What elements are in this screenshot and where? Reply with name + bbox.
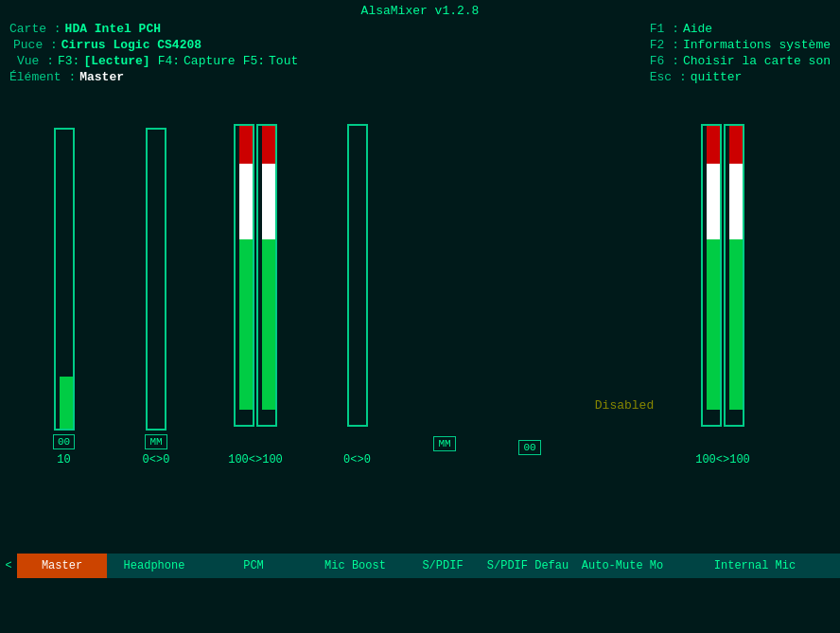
vue-lecture: [Lecture]: [83, 54, 149, 68]
internal-mic-fill-green-r: [729, 239, 743, 410]
internal-mic-fill-white-r: [729, 164, 743, 239]
element-label: Élément :: [9, 70, 76, 84]
headphone-value: 0<>0: [143, 453, 170, 466]
channel-name-internal-mic[interactable]: Internal Mic: [670, 554, 840, 578]
esc-key: Esc :: [650, 70, 687, 84]
vue-tout: Tout: [269, 54, 298, 68]
internal-mic-fill-white-l: [707, 164, 720, 239]
spdif-badge: MM: [433, 436, 455, 451]
headphone-fader[interactable]: [146, 128, 166, 431]
channel-name-pcm[interactable]: PCM: [201, 554, 306, 578]
esc-label: quitter: [691, 70, 743, 84]
pcm-fader-left[interactable]: [234, 124, 254, 427]
f1-row: F1 : Aide: [650, 22, 831, 36]
master-fill-green: [60, 377, 73, 429]
disabled-label: Disabled: [595, 398, 654, 413]
esc-row: Esc : quitter: [650, 70, 831, 84]
master-badge: 00: [53, 434, 75, 449]
channel-name-headphone[interactable]: Headphone: [107, 554, 201, 578]
puce-label: Puce :: [9, 38, 58, 52]
f6-key: F6 :: [650, 54, 679, 68]
puce-value: Cirrus Logic CS4208: [61, 38, 201, 52]
info-left: Carte : HDA Intel PCH Puce : Cirrus Logi…: [9, 22, 298, 84]
pcm-fill-red-l: [239, 126, 253, 164]
master-value: 10: [57, 453, 70, 466]
f2-label: Informations système: [683, 38, 831, 52]
f2-key: F2 :: [650, 38, 679, 52]
channel-name-mic-boost[interactable]: Mic Boost: [306, 554, 405, 578]
carte-value: HDA Intel PCH: [65, 22, 161, 36]
info-right: F1 : Aide F2 : Informations système F6 :…: [650, 22, 831, 84]
pcm-fill-green-r: [262, 239, 275, 410]
f6-row: F6 : Choisir la carte son: [650, 54, 831, 68]
mic-boost-fader[interactable]: [347, 124, 368, 427]
channel-master[interactable]: 00 10: [19, 128, 109, 466]
channel-name-spdif-default[interactable]: S/PDIF Defau: [481, 554, 575, 578]
internal-mic-fill-green-l: [707, 239, 720, 410]
vue-capture: Capture: [184, 54, 236, 68]
nav-left-arrow[interactable]: <: [0, 554, 17, 578]
channel-headphone[interactable]: MM 0<>0: [109, 128, 203, 466]
internal-mic-fader-right[interactable]: [724, 124, 744, 427]
element-value: Master: [79, 70, 124, 84]
channel-internal-mic[interactable]: 100<>100: [672, 124, 774, 466]
channel-name-master[interactable]: Master: [17, 554, 107, 578]
info-area: Carte : HDA Intel PCH Puce : Cirrus Logi…: [0, 20, 840, 86]
internal-mic-fill-red-r: [729, 126, 743, 164]
pcm-fill-green-l: [239, 239, 253, 410]
channel-auto-mute[interactable]: Disabled: [577, 171, 672, 466]
f1-label: Aide: [683, 22, 712, 36]
element-row: Élément : Master: [9, 70, 298, 84]
pcm-double-fader: [234, 124, 277, 427]
vue-f4: F4:: [158, 54, 180, 68]
pcm-fill-red-r: [262, 126, 275, 164]
mic-boost-value: 0<>0: [343, 453, 371, 466]
channel-name-spdif[interactable]: S/PDIF: [405, 554, 481, 578]
title-bar: AlsaMixer v1.2.8: [0, 0, 840, 20]
channel-spdif-default[interactable]: 00: [482, 183, 577, 466]
mixer-area: 00 10 MM 0<>0: [0, 96, 840, 578]
app-title: AlsaMixer v1.2.8: [361, 4, 480, 18]
internal-mic-fader-left[interactable]: [701, 124, 722, 427]
pcm-fader-right[interactable]: [256, 124, 277, 427]
pcm-value: 100<>100: [228, 453, 283, 466]
internal-mic-fill-red-l: [707, 126, 720, 164]
internal-mic-double-fader: [701, 124, 744, 427]
f2-row: F2 : Informations système: [650, 38, 831, 52]
channel-spdif[interactable]: MM: [407, 179, 482, 466]
channel-name-bar: < Master Headphone PCM Mic Boost S/PDIF …: [0, 554, 840, 578]
puce-row: Puce : Cirrus Logic CS4208: [9, 38, 298, 52]
vue-label: Vue :: [9, 54, 54, 68]
f6-label: Choisir la carte son: [683, 54, 831, 68]
carte-row: Carte : HDA Intel PCH: [9, 22, 298, 36]
channels-container: 00 10 MM 0<>0: [19, 124, 774, 466]
internal-mic-value: 100<>100: [695, 453, 750, 466]
pcm-fill-white-l: [239, 164, 253, 239]
master-fader[interactable]: [54, 128, 75, 431]
headphone-badge: MM: [145, 434, 166, 449]
channel-pcm[interactable]: 100<>100: [203, 124, 307, 466]
channel-mic-boost[interactable]: 0<>0: [307, 124, 407, 466]
vue-f3: F3:: [58, 54, 79, 68]
pcm-fill-white-r: [262, 164, 275, 239]
spdif-default-badge: 00: [518, 440, 540, 455]
f1-key: F1 :: [650, 22, 679, 36]
vue-f5: F5:: [243, 54, 265, 68]
channel-name-auto-mute[interactable]: Auto-Mute Mo: [575, 554, 670, 578]
vue-row: Vue : F3: [Lecture] F4: Capture F5: Tout: [9, 54, 298, 68]
carte-label: Carte :: [9, 22, 61, 36]
